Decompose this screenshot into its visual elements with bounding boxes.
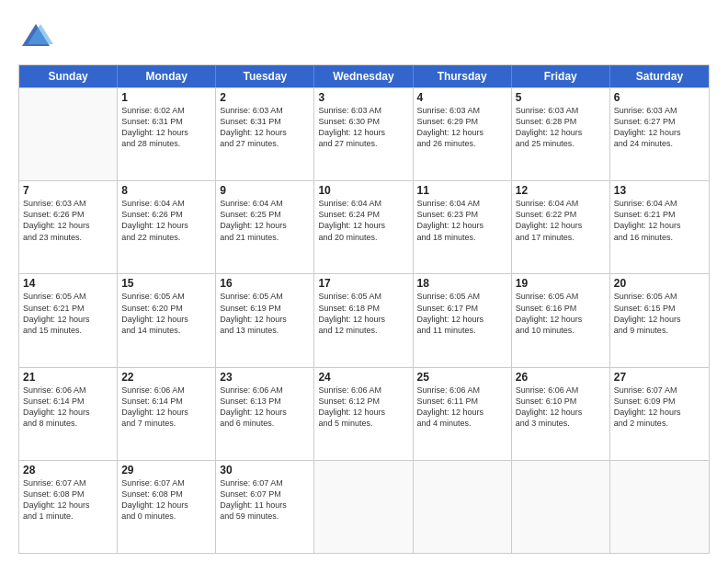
day-number: 15 — [121, 277, 211, 290]
calendar-cell: 9Sunrise: 6:04 AMSunset: 6:25 PMDaylight… — [216, 181, 314, 273]
calendar-week: 7Sunrise: 6:03 AMSunset: 6:26 PMDaylight… — [19, 180, 709, 273]
calendar-cell: 26Sunrise: 6:06 AMSunset: 6:10 PMDayligh… — [512, 368, 610, 460]
calendar-cell: 6Sunrise: 6:03 AMSunset: 6:27 PMDaylight… — [610, 88, 709, 180]
day-info: Sunrise: 6:03 AMSunset: 6:28 PMDaylight:… — [516, 105, 606, 150]
calendar-cell: 23Sunrise: 6:06 AMSunset: 6:13 PMDayligh… — [216, 368, 314, 460]
weekday-header: Thursday — [414, 65, 512, 87]
calendar-body: 1Sunrise: 6:02 AMSunset: 6:31 PMDaylight… — [19, 87, 709, 553]
day-number: 23 — [220, 371, 310, 384]
calendar-header: SundayMondayTuesdayWednesdayThursdayFrid… — [19, 65, 709, 87]
calendar-week: 28Sunrise: 6:07 AMSunset: 6:08 PMDayligh… — [19, 460, 709, 553]
day-number: 22 — [121, 371, 211, 384]
day-info: Sunrise: 6:07 AMSunset: 6:09 PMDaylight:… — [614, 385, 705, 430]
day-number: 1 — [121, 91, 211, 104]
day-info: Sunrise: 6:07 AMSunset: 6:08 PMDaylight:… — [121, 477, 211, 523]
calendar-cell: 20Sunrise: 6:05 AMSunset: 6:15 PMDayligh… — [610, 274, 709, 366]
day-number: 24 — [318, 371, 408, 384]
calendar-cell: 22Sunrise: 6:06 AMSunset: 6:14 PMDayligh… — [118, 368, 216, 460]
day-info: Sunrise: 6:05 AMSunset: 6:20 PMDaylight:… — [121, 291, 211, 336]
day-info: Sunrise: 6:04 AMSunset: 6:26 PMDaylight:… — [121, 198, 211, 243]
weekday-header: Tuesday — [216, 65, 314, 87]
calendar-cell: 28Sunrise: 6:07 AMSunset: 6:08 PMDayligh… — [19, 461, 118, 553]
day-number: 8 — [121, 184, 211, 197]
day-info: Sunrise: 6:07 AMSunset: 6:07 PMDaylight:… — [220, 477, 310, 523]
calendar-cell: 4Sunrise: 6:03 AMSunset: 6:29 PMDaylight… — [414, 88, 512, 180]
day-info: Sunrise: 6:07 AMSunset: 6:08 PMDaylight:… — [23, 477, 113, 523]
page: SundayMondayTuesdayWednesdayThursdayFrid… — [0, 0, 728, 563]
calendar-cell: 19Sunrise: 6:05 AMSunset: 6:16 PMDayligh… — [512, 274, 610, 366]
calendar: SundayMondayTuesdayWednesdayThursdayFrid… — [18, 64, 710, 554]
day-info: Sunrise: 6:05 AMSunset: 6:16 PMDaylight:… — [516, 291, 606, 336]
day-info: Sunrise: 6:03 AMSunset: 6:29 PMDaylight:… — [417, 105, 507, 150]
calendar-cell: 5Sunrise: 6:03 AMSunset: 6:28 PMDaylight… — [512, 88, 610, 180]
day-number: 28 — [23, 464, 113, 477]
day-info: Sunrise: 6:05 AMSunset: 6:19 PMDaylight:… — [220, 291, 310, 336]
day-info: Sunrise: 6:05 AMSunset: 6:17 PMDaylight:… — [417, 291, 507, 336]
day-number: 13 — [614, 184, 705, 197]
day-info: Sunrise: 6:06 AMSunset: 6:14 PMDaylight:… — [23, 385, 113, 430]
calendar-cell: 1Sunrise: 6:02 AMSunset: 6:31 PMDaylight… — [118, 88, 216, 180]
day-info: Sunrise: 6:04 AMSunset: 6:25 PMDaylight:… — [220, 198, 310, 243]
day-info: Sunrise: 6:03 AMSunset: 6:30 PMDaylight:… — [318, 105, 408, 150]
day-number: 2 — [220, 91, 310, 104]
calendar-cell: 15Sunrise: 6:05 AMSunset: 6:20 PMDayligh… — [118, 274, 216, 366]
day-info: Sunrise: 6:06 AMSunset: 6:11 PMDaylight:… — [417, 385, 507, 430]
day-info: Sunrise: 6:03 AMSunset: 6:27 PMDaylight:… — [614, 105, 705, 150]
calendar-cell: 14Sunrise: 6:05 AMSunset: 6:21 PMDayligh… — [19, 274, 118, 366]
day-info: Sunrise: 6:05 AMSunset: 6:15 PMDaylight:… — [614, 291, 705, 336]
day-info: Sunrise: 6:05 AMSunset: 6:21 PMDaylight:… — [23, 291, 113, 336]
day-info: Sunrise: 6:06 AMSunset: 6:10 PMDaylight:… — [516, 385, 606, 430]
calendar-cell — [314, 461, 413, 553]
day-info: Sunrise: 6:03 AMSunset: 6:26 PMDaylight:… — [23, 198, 113, 243]
day-number: 5 — [516, 91, 606, 104]
calendar-cell: 3Sunrise: 6:03 AMSunset: 6:30 PMDaylight… — [314, 88, 413, 180]
weekday-header: Wednesday — [314, 65, 413, 87]
calendar-cell: 18Sunrise: 6:05 AMSunset: 6:17 PMDayligh… — [414, 274, 512, 366]
day-number: 30 — [220, 464, 310, 477]
calendar-cell: 7Sunrise: 6:03 AMSunset: 6:26 PMDaylight… — [19, 181, 118, 273]
day-number: 17 — [318, 277, 408, 290]
calendar-week: 14Sunrise: 6:05 AMSunset: 6:21 PMDayligh… — [19, 273, 709, 366]
calendar-cell: 11Sunrise: 6:04 AMSunset: 6:23 PMDayligh… — [414, 181, 512, 273]
day-number: 12 — [516, 184, 606, 197]
day-number: 27 — [614, 371, 705, 384]
day-info: Sunrise: 6:05 AMSunset: 6:18 PMDaylight:… — [318, 291, 408, 336]
day-info: Sunrise: 6:06 AMSunset: 6:14 PMDaylight:… — [121, 385, 211, 430]
calendar-cell: 29Sunrise: 6:07 AMSunset: 6:08 PMDayligh… — [118, 461, 216, 553]
day-number: 6 — [614, 91, 705, 104]
day-number: 3 — [318, 91, 408, 104]
day-info: Sunrise: 6:06 AMSunset: 6:13 PMDaylight:… — [220, 385, 310, 430]
calendar-cell: 30Sunrise: 6:07 AMSunset: 6:07 PMDayligh… — [216, 461, 314, 553]
weekday-header: Saturday — [610, 65, 709, 87]
calendar-cell: 16Sunrise: 6:05 AMSunset: 6:19 PMDayligh… — [216, 274, 314, 366]
weekday-header: Sunday — [19, 65, 118, 87]
day-number: 16 — [220, 277, 310, 290]
calendar-cell: 10Sunrise: 6:04 AMSunset: 6:24 PMDayligh… — [314, 181, 413, 273]
header — [18, 17, 710, 55]
calendar-cell: 25Sunrise: 6:06 AMSunset: 6:11 PMDayligh… — [414, 368, 512, 460]
calendar-cell: 8Sunrise: 6:04 AMSunset: 6:26 PMDaylight… — [118, 181, 216, 273]
calendar-cell — [610, 461, 709, 553]
day-number: 20 — [614, 277, 705, 290]
day-number: 10 — [318, 184, 408, 197]
day-number: 19 — [516, 277, 606, 290]
calendar-cell — [19, 88, 118, 180]
day-number: 26 — [516, 371, 606, 384]
calendar-week: 1Sunrise: 6:02 AMSunset: 6:31 PMDaylight… — [19, 87, 709, 180]
day-number: 4 — [417, 91, 507, 104]
calendar-cell: 27Sunrise: 6:07 AMSunset: 6:09 PMDayligh… — [610, 368, 709, 460]
day-info: Sunrise: 6:04 AMSunset: 6:24 PMDaylight:… — [318, 198, 408, 243]
calendar-cell: 17Sunrise: 6:05 AMSunset: 6:18 PMDayligh… — [314, 274, 413, 366]
weekday-header: Friday — [512, 65, 610, 87]
day-number: 21 — [23, 371, 113, 384]
day-number: 25 — [417, 371, 507, 384]
day-info: Sunrise: 6:02 AMSunset: 6:31 PMDaylight:… — [121, 105, 211, 150]
day-info: Sunrise: 6:06 AMSunset: 6:12 PMDaylight:… — [318, 385, 408, 430]
day-number: 9 — [220, 184, 310, 197]
weekday-header: Monday — [118, 65, 216, 87]
calendar-cell — [414, 461, 512, 553]
day-number: 18 — [417, 277, 507, 290]
day-number: 14 — [23, 277, 113, 290]
calendar-cell: 13Sunrise: 6:04 AMSunset: 6:21 PMDayligh… — [610, 181, 709, 273]
day-number: 29 — [121, 464, 211, 477]
